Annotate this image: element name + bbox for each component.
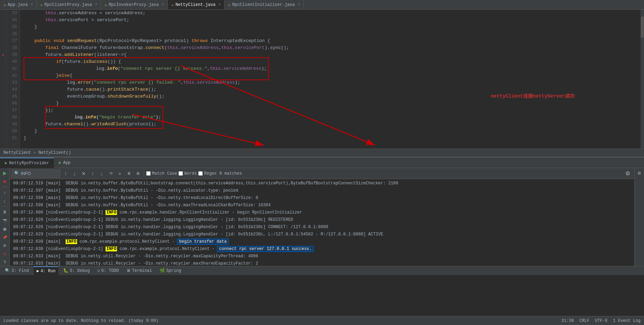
code-text[interactable]: this.serviceAddress = serviceAddress; th… — [20, 10, 644, 149]
panel-tab-label-nettyrpcprovider: NettyRpcProvider — [9, 161, 49, 166]
tab-close-app[interactable]: × — [31, 3, 33, 7]
question-btn[interactable]: ? — [1, 259, 9, 266]
tab-label-rpcclientproxy: RpcClientProxy.java — [44, 2, 92, 7]
tab-nettyclient[interactable]: ☕ NettyClient.java × — [168, 0, 224, 9]
terminal-icon: 🖥 — [126, 268, 131, 273]
gutter: ● — [0, 10, 6, 149]
tab-rpcclientproxy[interactable]: ☕ RpcClientProxy.java × — [37, 0, 101, 9]
run-icon-nettyrpcprovider: ▶ — [5, 160, 7, 166]
search-toolbar: 🔍 ↑ ↓ ✕ ↑ ↓ ⟲ ≡ ≣ ⊞ Match Case — [10, 168, 634, 179]
code-line-43: log.error("connect rpc server {} failed.… — [24, 79, 644, 86]
debug-icon: 🐛 — [63, 268, 68, 273]
code-line-49: future.channel().writeAndFlush(protocol)… — [24, 121, 644, 128]
match-case-label[interactable]: Match Case — [146, 171, 177, 176]
status-position[interactable]: 31:30 — [561, 318, 574, 323]
tab-label-rpcinvokerproxy: RpcInvokerProxy.java — [109, 2, 159, 7]
settings-btn[interactable]: ⚙ — [623, 169, 632, 177]
match-case-checkbox[interactable] — [146, 171, 151, 176]
run-toolbar: ▶ ■ ↑ ↓ ⏸ 📷 ▦ 📌 ⚙ ✕ ? — [0, 168, 10, 266]
bottom-tab-terminal[interactable]: 🖥 Terminal — [124, 266, 155, 275]
code-line-48: log.info("begin transfer data"); — [24, 114, 644, 121]
down-filter-btn[interactable]: ↓ — [98, 170, 106, 177]
log-line-9: 09:07:12.630 [main] INFO com.rpc.example… — [10, 238, 634, 245]
tab-close-rpcclientproxy[interactable]: × — [95, 3, 97, 7]
filter-btn[interactable]: ⊞ — [134, 170, 142, 177]
x-btn[interactable]: ✕ — [1, 250, 9, 258]
tab-close-nettyclient[interactable]: × — [219, 3, 221, 7]
bottom-tab-debug-label: 5: Debug — [70, 268, 90, 273]
event-log-btn[interactable]: 1 Event Log — [613, 318, 641, 323]
annotation-text: nettyClient连接nettyServer成功 — [491, 93, 575, 99]
code-line-33: this.serviceAddress = serviceAddress; — [24, 10, 644, 17]
status-encoding[interactable]: CRLF — [579, 318, 589, 323]
settings-btn2[interactable]: ⚙ — [1, 242, 9, 249]
up-btn[interactable]: ↑ — [1, 189, 9, 196]
panel-tab-nettyrpcprovider[interactable]: ▶ NettyRpcProvider — [0, 158, 54, 168]
run-btn[interactable]: ▶ — [1, 169, 9, 177]
log-output[interactable]: 09:07:12.519 [main] DEBUG io.netty.buffe… — [10, 179, 634, 266]
search-icon: 🔍 — [14, 171, 19, 176]
scrollbar-thumb[interactable] — [641, 17, 644, 38]
tab-app[interactable]: ☕ App.java × — [0, 0, 37, 9]
settings-right-btn[interactable]: ⚙ — [636, 169, 643, 177]
regex-checkbox[interactable] — [198, 171, 203, 176]
bottom-tab-run[interactable]: ▶ 4: Run — [34, 266, 58, 275]
code-line-41: log.info("connect rpc server {} success.… — [24, 65, 644, 72]
words-label[interactable]: Words — [178, 171, 197, 176]
tab-label-nettyclient: NettyClient.java — [175, 2, 215, 7]
bottom-content: ▶ ■ ↑ ↓ ⏸ 📷 ▦ 📌 ⚙ ✕ ? 🔍 — [0, 168, 644, 266]
matches-count: 8 matches — [219, 171, 242, 176]
bottom-panel: ▶ NettyRpcProvider ▶ App ▶ ■ ↑ ↓ ⏸ 📷 ▦ 📌 — [0, 157, 644, 266]
log-line-4: 09:07:12.598 [main] DEBUG io.netty.buffe… — [10, 202, 634, 209]
up-filter-btn[interactable]: ↑ — [89, 170, 97, 177]
bottom-tab-find-label: 3: Find — [11, 268, 29, 273]
status-bar: Loaded classes are up to date. Nothing t… — [0, 316, 644, 325]
words-text: Words — [184, 171, 197, 176]
bottom-tab-debug[interactable]: 🐛 5: Debug — [60, 266, 93, 275]
log-line-2: 09:07:12.597 [main] DEBUG io.netty.buffe… — [10, 187, 634, 194]
spring-icon: 🌿 — [160, 268, 165, 273]
wrap-btn[interactable]: ≣ — [125, 170, 133, 177]
run-tab-icon: ▶ — [36, 268, 39, 274]
prev-result-btn[interactable]: ↑ — [62, 170, 69, 177]
bottom-tab-find[interactable]: 🔍 3: Find — [2, 266, 32, 275]
code-line-36 — [24, 31, 644, 38]
down-btn[interactable]: ↓ — [1, 197, 9, 205]
stop-btn[interactable]: ■ — [1, 178, 9, 185]
pause-btn[interactable]: ⏸ — [1, 208, 9, 216]
panel-tab-app[interactable]: ▶ App — [54, 158, 75, 168]
bottom-tab-todo[interactable]: ☑ 6: TODO — [94, 266, 122, 275]
log-line-5: 09:07:12.606 [nioEventLoopGroup-2-1] INF… — [10, 209, 634, 216]
tab-close-rpcinvokerproxy[interactable]: × — [162, 3, 164, 7]
code-scrollbar[interactable] — [641, 10, 644, 149]
tab-bar: ☕ App.java × ☕ RpcClientProxy.java × ☕ R… — [0, 0, 644, 10]
tab-rpcclientinitializer[interactable]: ☕ RpcClientInitializer.java × — [225, 0, 304, 9]
code-line-50: } — [24, 128, 644, 135]
cam-btn[interactable]: 📷 — [1, 217, 9, 224]
tab-close-rpcclientinitializer[interactable]: × — [298, 3, 300, 7]
words-checkbox[interactable] — [178, 171, 183, 176]
status-charset[interactable]: UTF-8 — [595, 318, 608, 323]
clear-search-btn[interactable]: ✕ — [80, 170, 87, 177]
app-icon: ☕ — [3, 2, 6, 7]
right-sidebar: ⚙ — [634, 168, 644, 266]
bottom-tab-spring-label: Spring — [166, 268, 181, 273]
refresh-btn[interactable]: ⟲ — [107, 170, 115, 177]
tab-label-app: App.java — [8, 2, 28, 7]
toolbar-divider — [2, 187, 8, 187]
pin-btn[interactable]: 📌 — [1, 234, 9, 241]
log-panel: 🔍 ↑ ↓ ✕ ↑ ↓ ⟲ ≡ ≣ ⊞ Match Case — [10, 168, 634, 266]
search-input[interactable] — [21, 171, 49, 176]
regex-text: Regex — [204, 171, 217, 176]
regex-label[interactable]: Regex — [198, 171, 217, 176]
rpcclientinitializer-icon: ☕ — [228, 2, 231, 7]
list-btn[interactable]: ≡ — [116, 170, 124, 177]
search-box[interactable]: 🔍 — [12, 169, 60, 178]
grid-btn[interactable]: ▦ — [1, 225, 9, 232]
next-result-btn[interactable]: ↓ — [71, 170, 78, 177]
bottom-tab-spring[interactable]: 🌿 Spring — [157, 266, 184, 275]
breadcrumb-text: NettyClient › NettyClient() — [3, 150, 71, 155]
log-line-1: 09:07:12.519 [main] DEBUG io.netty.buffe… — [10, 180, 634, 187]
tab-rpcinvokerproxy[interactable]: ☕ RpcInvokerProxy.java × — [101, 0, 168, 9]
log-line-7: 09:07:12.626 [nioEventLoopGroup-2-1] DEB… — [10, 224, 634, 231]
